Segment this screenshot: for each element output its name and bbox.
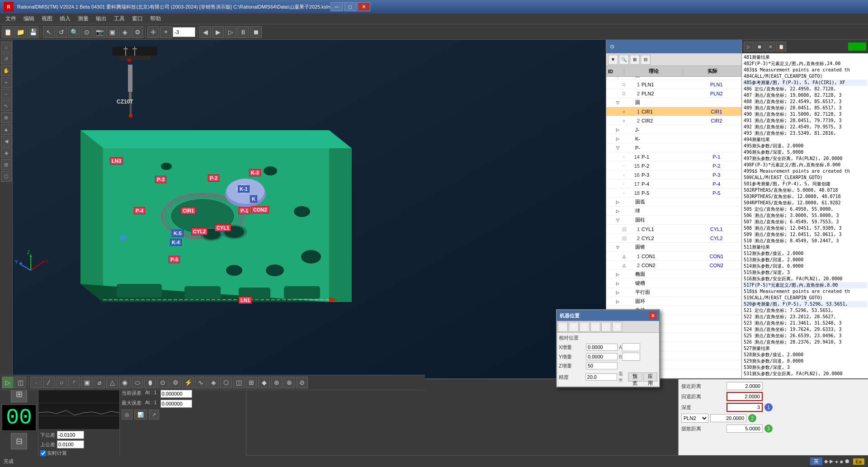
tree-item[interactable]: · 15 P-2 P-2	[606, 161, 741, 170]
tree-item[interactable]: ▷ K-	[606, 134, 741, 143]
tree-btn-collapse[interactable]: ⊟	[641, 55, 651, 65]
language-indicator[interactable]: 英	[810, 458, 822, 465]
toolbar-play[interactable]: ▷	[225, 26, 236, 38]
label-cyl2[interactable]: CYL2	[191, 228, 208, 235]
btn-polygon[interactable]: ⬡	[220, 377, 232, 388]
btn-slot[interactable]: ⬮	[144, 377, 156, 388]
tree-item[interactable]: ⬜ 2 CYL2 CYL2	[606, 234, 741, 243]
approach-dist-input[interactable]	[726, 382, 763, 390]
btn-circle[interactable]: ○	[56, 377, 67, 388]
btn-plane[interactable]: ▣	[81, 377, 93, 388]
btn-tube[interactable]: ◫	[233, 377, 245, 388]
toolbar-arrow-right[interactable]: ▶	[212, 26, 224, 38]
code-btn-copy[interactable]: 📋	[776, 42, 786, 52]
mp-z-input[interactable]	[586, 362, 618, 369]
sidebar-btn-measure[interactable]: ⊕	[1, 112, 12, 123]
mp-apply-btn[interactable]: 应用	[643, 373, 657, 382]
sidebar-btn-wireframe[interactable]: ⬡	[1, 171, 12, 182]
label-cyl1[interactable]: CYL1	[215, 224, 231, 231]
label-p3[interactable]: P-3	[155, 176, 166, 183]
toolbar-cursor[interactable]: ↖	[43, 26, 55, 38]
btn-arc[interactable]: ◜	[68, 377, 80, 388]
tree-btn-expand[interactable]: ⊞	[630, 55, 640, 65]
label-k3[interactable]: K-3	[249, 169, 261, 176]
sidebar-btn-select[interactable]: ↖	[1, 100, 12, 111]
sidebar-btn-view-top[interactable]: ▲	[1, 124, 12, 135]
label-k1[interactable]: K-1	[238, 185, 250, 193]
btn-cad2[interactable]: ◆	[258, 377, 270, 388]
close-button[interactable]: ✕	[358, 2, 370, 11]
menu-insert[interactable]: 插入	[56, 14, 74, 24]
label-cir1[interactable]: CIR1	[181, 207, 196, 214]
mp-btn5[interactable]: +	[601, 322, 611, 332]
toolbar-move[interactable]: ✛	[147, 26, 159, 38]
menu-help[interactable]: 帮助	[146, 14, 165, 24]
tree-item[interactable]: ▷ 圆弧	[606, 198, 741, 207]
btn-cone[interactable]: △	[106, 377, 118, 388]
mp-btn1[interactable]: ⊙	[558, 322, 568, 332]
btn-view2d[interactable]: ◫	[14, 377, 26, 388]
label-p1[interactable]: P-1	[239, 207, 250, 214]
code-content[interactable]: 481测量结果482F(P-3)*元素定义/图,内,直角坐标,24.00483$…	[742, 53, 868, 378]
btn-point[interactable]: ·	[30, 377, 42, 388]
menu-tools[interactable]: 工具	[110, 14, 128, 24]
tree-item[interactable]: △ 1 CON1 CON1	[606, 252, 741, 261]
mp-x-input[interactable]	[586, 344, 618, 351]
sidebar-btn-zoom-in[interactable]: +	[1, 77, 12, 88]
machine-pos-close[interactable]: ✕	[649, 312, 656, 319]
mp-btn2[interactable]: T	[569, 322, 579, 332]
mp-y-input[interactable]	[586, 353, 618, 360]
btn-run-green[interactable]: ▷	[2, 377, 14, 388]
menu-file[interactable]: 文件	[2, 14, 20, 24]
mp-b-input[interactable]	[622, 353, 640, 361]
cur-error-input[interactable]	[160, 390, 192, 398]
menu-output[interactable]: 输出	[92, 14, 110, 24]
sidebar-btn-zoom-out[interactable]: −	[1, 89, 12, 99]
btn-sphere[interactable]: ◉	[119, 377, 131, 388]
label-con2[interactable]: CON2	[251, 206, 269, 213]
btn-left-bottom[interactable]: ⊟	[11, 433, 27, 449]
retract-dist-input[interactable]	[726, 392, 763, 401]
mp-preview-btn[interactable]: 预览	[628, 373, 642, 382]
code-btn-run[interactable]: ▷	[744, 42, 754, 52]
mp-a-input[interactable]	[622, 343, 640, 351]
btn-torus[interactable]: ⊙	[157, 377, 169, 388]
sidebar-btn-view-iso[interactable]: ◈	[1, 147, 12, 158]
menu-window[interactable]: 窗口	[128, 14, 146, 24]
label-ln3[interactable]: LN3	[110, 157, 123, 165]
tree-item[interactable]: ▽ P-	[606, 143, 741, 152]
tree-item[interactable]: ⬜ 1 CYL1 CYL1	[606, 225, 741, 234]
toolbar-stop[interactable]: ⏹	[250, 26, 262, 38]
scatter-input[interactable]	[726, 425, 763, 433]
toolbar-render[interactable]: ▣	[106, 26, 118, 38]
toolbar-cad[interactable]: ◈	[119, 26, 131, 38]
lower-tol-input[interactable]	[57, 431, 84, 439]
tree-item[interactable]: □ 2 PLN2 PLN2	[606, 89, 741, 98]
toolbar-camera[interactable]: 📷	[94, 26, 105, 38]
label-k[interactable]: K	[250, 195, 257, 203]
tree-item[interactable]: ▽ 面	[606, 77, 741, 80]
tree-item[interactable]: ○ 1 CIR1 CIR1	[606, 107, 741, 116]
tree-item[interactable]: ▽ 圆	[606, 98, 741, 107]
toolbar-axis[interactable]: ⌖	[160, 26, 172, 38]
btn-extra2[interactable]: ⊗	[283, 377, 295, 388]
btn-group[interactable]: ⊞	[245, 377, 257, 388]
tree-item[interactable]: ▷ 圆环	[606, 297, 741, 306]
btn-capture[interactable]: ◎	[122, 410, 132, 420]
pln-val-input[interactable]	[710, 414, 746, 422]
tree-item[interactable]: ▷ 球	[606, 207, 741, 216]
mp-btn6[interactable]: ⊕	[612, 322, 622, 332]
toolbar-zoom[interactable]: 🔍	[68, 26, 80, 38]
toolbar-new[interactable]: 📋	[2, 26, 14, 38]
btn-cylinder[interactable]: ⌀	[94, 377, 105, 388]
sidebar-btn-view-front[interactable]: ◀	[1, 136, 12, 146]
mp-precision-input[interactable]	[585, 373, 617, 381]
toolbar-probe[interactable]: ⊙	[81, 26, 93, 38]
btn-curve[interactable]: ∿	[195, 377, 207, 388]
tree-item[interactable]: ○ 2 CIR2 CIR2	[606, 116, 741, 125]
btn-ellipse[interactable]: ⬭	[132, 377, 143, 388]
tree-item[interactable]: · 17 P-4 P-4	[606, 179, 741, 189]
max-error-input[interactable]	[160, 400, 192, 408]
label-p5[interactable]: P-5	[169, 256, 180, 263]
label-p4[interactable]: P-4	[134, 207, 145, 214]
